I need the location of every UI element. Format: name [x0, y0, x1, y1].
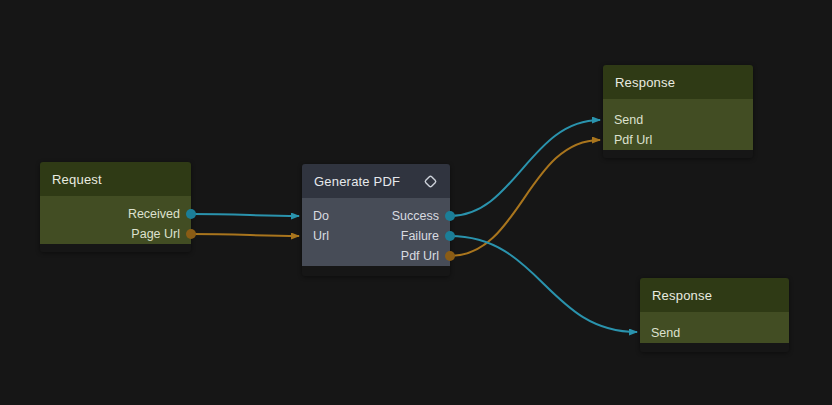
node-generate-pdf[interactable]: Generate PDF Do Success Url Failure Pdf …: [302, 164, 450, 276]
port-label-url: Url: [313, 226, 329, 246]
port-row: Send: [640, 323, 789, 343]
port-label-send: Send: [614, 110, 643, 130]
port-label-send: Send: [651, 323, 680, 343]
node-request[interactable]: Request Received Page Url: [40, 162, 191, 252]
port-label-page-url: Page Url: [131, 224, 180, 244]
port-row: Pdf Url: [302, 246, 450, 266]
node-response-bottom-title-bar[interactable]: Response: [640, 278, 789, 312]
port-row: Page Url: [40, 224, 191, 244]
node-generate-pdf-title-bar[interactable]: Generate PDF: [302, 164, 450, 198]
node-title: Request: [52, 172, 102, 187]
node-response-bottom-body: Send: [640, 312, 789, 343]
port-label-failure: Failure: [401, 226, 439, 246]
port-row: Pdf Url: [603, 130, 753, 150]
node-title: Response: [615, 75, 675, 90]
wire-success-to-send[interactable]: [450, 120, 600, 216]
node-title: Response: [652, 288, 712, 303]
port-label-pdf-url: Pdf Url: [614, 130, 652, 150]
node-response-top[interactable]: Response Send Pdf Url: [603, 65, 753, 158]
port-label-pdf-url: Pdf Url: [401, 246, 439, 266]
diamond-icon: [423, 174, 438, 189]
node-response-top-body: Send Pdf Url: [603, 99, 753, 150]
port-row: Url Failure: [302, 226, 450, 246]
node-request-body: Received Page Url: [40, 196, 191, 244]
port-label-success: Success: [392, 206, 439, 226]
wire-page-url-to-url[interactable]: [191, 234, 299, 236]
node-response-bottom[interactable]: Response Send: [640, 278, 789, 352]
wire-failure-to-send[interactable]: [450, 236, 637, 332]
port-label-do: Do: [313, 206, 329, 226]
port-row: Send: [603, 110, 753, 130]
wire-received-to-do[interactable]: [191, 214, 299, 216]
node-request-title-bar[interactable]: Request: [40, 162, 191, 196]
node-generate-pdf-body: Do Success Url Failure Pdf Url: [302, 198, 450, 266]
port-label-received: Received: [128, 204, 180, 224]
node-response-top-title-bar[interactable]: Response: [603, 65, 753, 99]
node-title: Generate PDF: [314, 174, 400, 189]
node-editor-canvas[interactable]: Request Received Page Url Generate PDF D…: [0, 0, 832, 405]
port-row: Do Success: [302, 206, 450, 226]
port-row: Received: [40, 204, 191, 224]
